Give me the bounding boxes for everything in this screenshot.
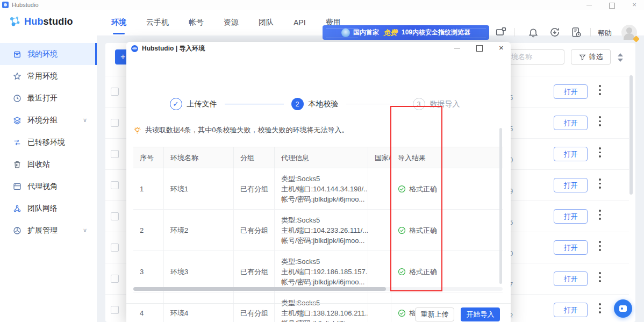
os-titlebar: Hubstudio × <box>0 0 644 10</box>
cell-index: 3 <box>133 251 163 292</box>
row-checkbox[interactable] <box>111 275 119 283</box>
row-checkbox[interactable] <box>111 181 119 189</box>
sort-down-icon <box>618 59 623 62</box>
sidebar-item-team-network[interactable]: 团队网络 <box>0 197 97 219</box>
nav-item-environment[interactable]: 环境 <box>110 16 127 30</box>
avatar-head <box>626 27 632 33</box>
row-checkbox[interactable] <box>111 150 119 158</box>
row-more-menu[interactable] <box>599 85 601 97</box>
modal-titlebar: Hubstudio | 导入环境 × <box>126 42 511 55</box>
environment-search-input[interactable]: 境名称 <box>510 49 564 65</box>
modal-title: Hubstudio | 导入环境 <box>142 44 205 53</box>
chat-bubble-icon <box>619 305 627 312</box>
chevron-down-icon[interactable]: ∨ <box>83 117 87 124</box>
open-environment-button[interactable]: 打开 <box>554 271 588 286</box>
plus-icon: + <box>120 52 125 62</box>
row-more-menu[interactable] <box>599 210 601 222</box>
sidebar-item-proxy-view[interactable]: 代理视角 <box>0 175 97 197</box>
update-download-icon[interactable] <box>549 27 560 38</box>
nav-item-cloud-phone[interactable]: 云手机 <box>145 16 170 30</box>
nav-item-team[interactable]: 团队 <box>257 16 275 30</box>
screen-share-icon[interactable] <box>496 27 506 38</box>
open-environment-button[interactable]: 打开 <box>554 240 588 255</box>
row-more-menu[interactable] <box>599 241 601 253</box>
header-divider <box>590 28 591 37</box>
sidebar-item-recycle-bin[interactable]: 回收站 <box>0 153 97 175</box>
user-avatar[interactable] <box>621 25 637 40</box>
cell-index: 1 <box>133 168 163 210</box>
sidebar-item-label: 常用环境 <box>27 71 58 81</box>
modal-close-button[interactable]: × <box>498 44 505 51</box>
modal-minimize-button[interactable] <box>454 44 461 51</box>
brand-logo[interactable]: Hubstudio <box>9 15 73 28</box>
row-checkbox[interactable] <box>111 306 119 314</box>
open-environment-button[interactable]: 打开 <box>554 147 588 161</box>
filter-label: 筛选 <box>589 52 603 62</box>
funnel-icon <box>579 54 586 61</box>
list-scrollbar[interactable] <box>629 75 633 195</box>
nav-item-account[interactable]: 帐号 <box>188 16 205 30</box>
sidebar-item-transferred-environments[interactable]: 已转移环境 <box>0 131 97 153</box>
sidebar-item-recently-opened[interactable]: 最近打开 <box>0 87 97 109</box>
row-more-menu[interactable] <box>599 178 601 191</box>
validation-notice: 共读取数据4条，其中0条校验失败，校验失败的环境将无法导入。 <box>133 125 348 135</box>
sidebar: 我的环境 常用环境 最近打开 环境分组 ∨ 已转移环境 回收站 代理视角 团队网… <box>0 35 97 322</box>
row-more-menu[interactable] <box>599 303 601 316</box>
star-icon <box>13 72 22 81</box>
sidebar-item-my-environments[interactable]: 我的环境 <box>0 43 97 65</box>
notification-bell-icon[interactable] <box>528 27 539 38</box>
check-circle-icon <box>398 226 406 234</box>
banner-highlight: 免费 <box>383 28 397 38</box>
help-link[interactable]: 帮助 <box>598 28 612 38</box>
start-import-button[interactable]: 开始导入 <box>461 307 500 321</box>
scrollbar-thumb[interactable] <box>133 287 386 291</box>
team-network-icon <box>13 204 22 213</box>
open-environment-button[interactable]: 打开 <box>554 178 588 192</box>
top-navbar: Hubstudio 环境 云手机 帐号 资源 团队 API 费用 国内首家 免费… <box>0 10 644 35</box>
row-more-menu[interactable] <box>599 147 601 160</box>
modal-logo-icon <box>131 45 138 52</box>
chevron-down-icon[interactable]: ∨ <box>83 227 87 234</box>
step-1-label: 上传文件 <box>187 99 217 109</box>
open-environment-button[interactable]: 打开 <box>554 303 588 317</box>
row-checkbox[interactable] <box>111 88 119 96</box>
header-divider <box>514 28 515 37</box>
import-row-1: 1 环境1 已有分组 类型:Socks5主机/端口:104.144.34.198… <box>133 168 503 210</box>
promo-banner[interactable]: 国内首家 免费 109内核安全指纹浏览器 <box>323 25 489 40</box>
modal-table-vertical-scrollbar[interactable] <box>499 128 502 284</box>
open-environment-button[interactable]: 打开 <box>554 209 588 224</box>
open-environment-button[interactable]: 打开 <box>554 84 588 99</box>
sort-toggle[interactable] <box>617 53 624 62</box>
row-more-menu[interactable] <box>599 272 601 284</box>
sidebar-item-label: 环境分组 <box>27 116 58 125</box>
window-close-button[interactable]: × <box>631 2 638 8</box>
nav-item-resources[interactable]: 资源 <box>223 16 240 30</box>
banner-suffix: 109内核安全指纹浏览器 <box>402 28 470 37</box>
modal-footer: 重新上传 开始导入 <box>126 303 511 322</box>
cell-result: 格式正确 <box>391 210 503 251</box>
row-more-menu[interactable] <box>599 116 601 128</box>
modal-table-horizontal-scrollbar[interactable] <box>133 287 503 291</box>
sidebar-item-frequent-environments[interactable]: 常用环境 <box>0 65 97 87</box>
nav-item-api[interactable]: API <box>292 16 307 29</box>
filter-button[interactable]: 筛选 <box>571 49 611 65</box>
customer-service-button[interactable] <box>614 299 632 318</box>
col-header-country: 国家/地区 <box>368 147 391 169</box>
step-2-circle: 2 <box>291 98 304 110</box>
cell-country <box>368 210 391 251</box>
row-checkbox[interactable] <box>111 212 119 220</box>
row-checkbox[interactable] <box>111 244 119 252</box>
cell-group: 已有分组 <box>233 251 274 292</box>
operation-log-icon[interactable] <box>571 27 582 38</box>
col-header-index: 序号 <box>133 147 163 169</box>
modal-maximize-button[interactable] <box>476 44 483 51</box>
window-maximize-button[interactable] <box>609 2 615 8</box>
reupload-button[interactable]: 重新上传 <box>415 307 454 321</box>
cell-group: 已有分组 <box>233 210 274 251</box>
sidebar-item-environment-groups[interactable]: 环境分组 ∨ <box>0 109 97 131</box>
open-environment-button[interactable]: 打开 <box>554 116 588 130</box>
sidebar-item-label: 已转移环境 <box>27 138 65 147</box>
window-minimize-button[interactable] <box>586 2 592 8</box>
sidebar-item-extension-management[interactable]: 扩展管理 ∨ <box>0 219 97 241</box>
row-checkbox[interactable] <box>111 119 119 127</box>
